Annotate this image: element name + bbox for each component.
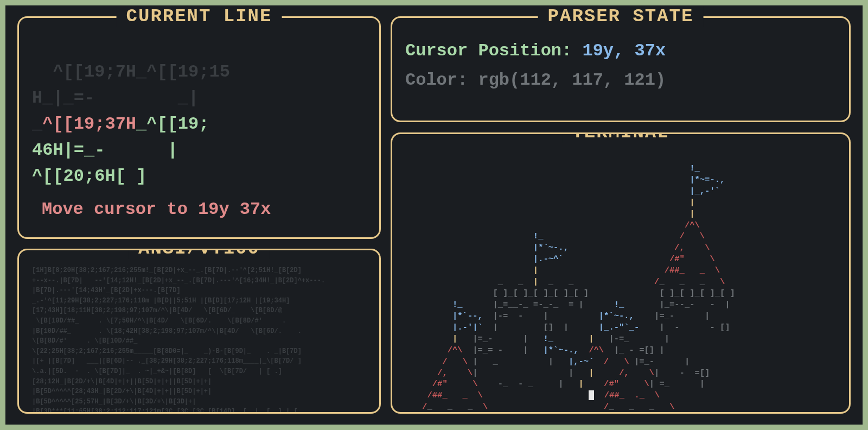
panel-title-ansi: ANSI/VT100 [129, 249, 270, 259]
color-value: rgb(112, 117, 121) [478, 70, 666, 90]
ansi-raw-dump: [1H]B[8;20H[38;2;167;216;255m!_[B[2D|+x_… [32, 265, 366, 414]
terminal-cursor [589, 390, 594, 400]
terminal-ascii-art: !_ |*~=-., |_,-'` | [402, 149, 839, 414]
code-display: ^[[19;7H_^[[19;15 H_|_=- _| _^[[19;37H_^… [32, 33, 366, 189]
current-prefix: _ [32, 114, 42, 134]
sequence-description: Move cursor to 19y 37x [32, 199, 366, 219]
panel-title-current-line: CURRENT LINE [117, 6, 282, 27]
color-label: Color: [405, 70, 468, 90]
cursor-position-line: Cursor Position: 19y, 37x [405, 36, 836, 66]
parser-state-panel: PARSER STATE Cursor Position: 19y, 37x C… [391, 16, 851, 122]
color-line: Color: rgb(112, 117, 121) [405, 66, 836, 95]
panel-title-terminal: TERMINAL [562, 132, 679, 143]
current-line-panel: CURRENT LINE ^[[19;7H_^[[19;15 H_|_=- _|… [17, 16, 381, 239]
context-line-before: ^[[19;7H_^[[19;15 H_|_=- _| [32, 62, 230, 108]
panel-title-parser-state: PARSER STATE [538, 6, 704, 27]
terminal-panel: TERMINAL !_ |*~=-., |_,- [391, 132, 851, 414]
ansi-vt100-panel: ANSI/VT100 [1H]B[8;20H[38;2;167;216;255m… [17, 249, 381, 414]
app-container: CURRENT LINE ^[[19;7H_^[[19;15 H_|_=- _|… [5, 5, 863, 425]
cursor-position-value: 19y, 37x [582, 41, 666, 61]
cursor-position-label: Cursor Position: [405, 41, 572, 61]
current-escape-sequence: ^[[19;37H [42, 114, 136, 134]
